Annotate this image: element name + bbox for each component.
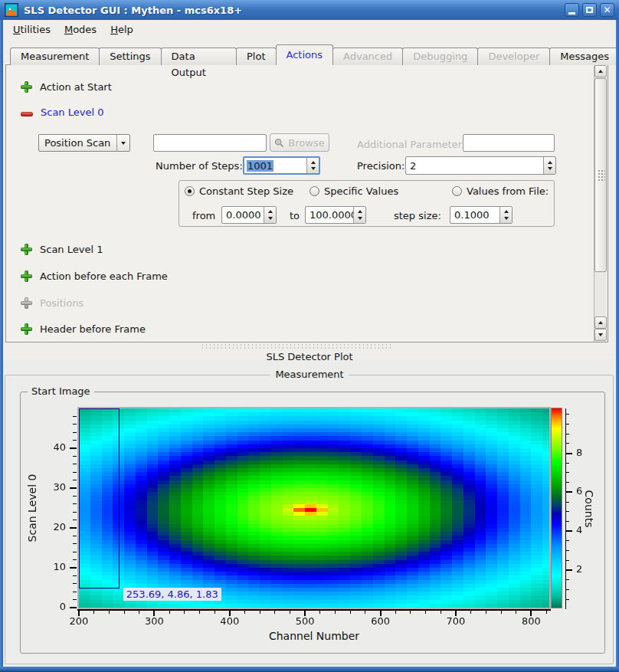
- tab-debugging[interactable]: Debugging: [402, 48, 478, 65]
- plus-green-icon[interactable]: [21, 270, 32, 282]
- arrow-up-icon: [598, 321, 603, 324]
- spin-buttons[interactable]: [499, 207, 512, 223]
- scroll-up-button[interactable]: [594, 65, 607, 77]
- axis-tick: [73, 432, 77, 433]
- close-button[interactable]: ✕: [600, 3, 614, 17]
- radio-constant-step-size[interactable]: Constant Step Size: [185, 185, 293, 197]
- axis-tick: [566, 472, 569, 473]
- axis-tick: [73, 503, 77, 504]
- axis-tick: [215, 611, 215, 614]
- tab-settings[interactable]: Settings: [99, 48, 161, 65]
- to-spinbox[interactable]: 100.0000: [305, 206, 366, 224]
- axis-tick: [274, 611, 275, 614]
- action-item-label: Header before Frame: [40, 323, 146, 335]
- arrow-up-icon: [598, 70, 603, 73]
- axis-tick: [441, 611, 441, 614]
- axis-tick: [73, 592, 77, 592]
- radio-file-label: Values from File:: [467, 185, 549, 197]
- scroll-up-button-2[interactable]: [594, 316, 607, 329]
- maximize-button[interactable]: [582, 3, 597, 17]
- axis-tick: [73, 575, 77, 576]
- radio-constant-label: Constant Step Size: [199, 185, 293, 197]
- menu-modes[interactable]: Modes: [57, 21, 103, 38]
- zoom-selection-rect[interactable]: [79, 408, 120, 588]
- scan-mode-select[interactable]: Position Scan: [38, 134, 130, 152]
- minimize-icon: [568, 12, 575, 15]
- tab-developer[interactable]: Developer: [477, 48, 550, 65]
- action-item-scan-level-1[interactable]: Scan Level 1: [21, 243, 103, 255]
- axis-tick: [73, 440, 77, 441]
- axis-tick: [169, 611, 170, 614]
- axis-tick: [566, 521, 569, 522]
- window-border-right: [616, 20, 619, 672]
- radio-specific-values[interactable]: Specific Values: [310, 185, 398, 197]
- axis-tick: [124, 611, 125, 614]
- tab-messages[interactable]: Messages: [549, 48, 619, 65]
- action-item-action-before-each-frame[interactable]: Action before each Frame: [21, 270, 168, 282]
- title-bar[interactable]: SLS Detector GUI : Mythen - mcs6x18+ ✕: [0, 0, 619, 20]
- app-icon: [5, 3, 18, 17]
- menu-utilities[interactable]: Utilities: [6, 21, 57, 38]
- script-path-input[interactable]: [153, 134, 267, 152]
- x-tick-label: 400: [207, 615, 253, 627]
- precision-spinbox[interactable]: 2: [405, 156, 556, 175]
- axis-tick: [486, 611, 486, 614]
- measurement-group-title: Measurement: [270, 369, 349, 380]
- minimize-button[interactable]: [565, 3, 579, 17]
- axis-tick: [546, 611, 547, 614]
- minus-red-icon[interactable]: [21, 112, 33, 116]
- axis-tick: [73, 552, 77, 552]
- spin-buttons[interactable]: [353, 207, 365, 223]
- axis-tick: [139, 611, 139, 614]
- scan-mode-value: Position Scan: [44, 137, 110, 149]
- step-size-spinbox[interactable]: 0.1000: [450, 206, 513, 224]
- tab-advanced[interactable]: Advanced: [332, 48, 403, 65]
- scroll-thumb[interactable]: [594, 78, 607, 272]
- scroll-down-button[interactable]: [594, 329, 607, 341]
- plus-gray-icon[interactable]: [21, 297, 32, 309]
- additional-parameter-input[interactable]: [463, 134, 555, 152]
- axis-tick: [350, 611, 351, 614]
- axis-tick: [73, 464, 77, 464]
- radio-specific-label: Specific Values: [324, 185, 398, 197]
- radio-values-from-file[interactable]: Values from File:: [452, 185, 549, 197]
- axis-tick: [73, 599, 77, 600]
- axis-tick: [199, 611, 200, 614]
- heatmap-frame: [77, 407, 551, 609]
- action-item-scan-level-0[interactable]: Scan Level 0: [21, 106, 103, 118]
- spin-down-icon: [311, 167, 316, 170]
- action-item-action-at-start[interactable]: Action at Start: [21, 80, 112, 93]
- tab-actions[interactable]: Actions: [276, 44, 334, 65]
- axis-tick: [425, 611, 426, 614]
- y-tick-label: 10: [18, 561, 66, 572]
- number-of-steps-value: 1001: [247, 160, 273, 172]
- browse-button[interactable]: Browse: [270, 133, 329, 152]
- action-item-positions[interactable]: Positions: [21, 297, 84, 309]
- axis-tick: [566, 530, 572, 532]
- tab-plot[interactable]: Plot: [236, 48, 277, 65]
- plus-green-icon[interactable]: [21, 323, 32, 335]
- colorbar-tick-label: 8: [576, 447, 599, 458]
- actions-scrollbar[interactable]: [594, 65, 606, 342]
- spin-down-icon: [548, 167, 552, 170]
- action-item-label: Positions: [40, 297, 84, 309]
- number-of-steps-spinbox[interactable]: 1001: [243, 156, 320, 175]
- spin-up-icon: [548, 161, 552, 164]
- axis-tick: [93, 611, 94, 614]
- plus-green-icon[interactable]: [21, 81, 32, 93]
- from-spinbox[interactable]: 0.0000: [221, 206, 277, 224]
- spin-buttons[interactable]: [543, 157, 555, 174]
- heatmap-canvas[interactable]: [79, 408, 549, 608]
- colorbar-title: Counts: [583, 482, 595, 536]
- spin-buttons[interactable]: [264, 207, 276, 223]
- colorbar-tick-label: 2: [576, 563, 599, 575]
- app-window: SLS Detector GUI : Mythen - mcs6x18+ ✕ U…: [0, 0, 619, 672]
- plus-green-icon[interactable]: [21, 244, 32, 255]
- spin-buttons[interactable]: [306, 158, 319, 173]
- tab-measurement[interactable]: Measurement: [10, 48, 100, 65]
- menu-help[interactable]: Help: [103, 21, 140, 38]
- axis-tick: [260, 611, 260, 614]
- action-item-header-before-frame[interactable]: Header before Frame: [21, 323, 146, 335]
- tab-data-output[interactable]: Data Output: [161, 48, 237, 65]
- start-image-title: Start Image: [28, 385, 94, 397]
